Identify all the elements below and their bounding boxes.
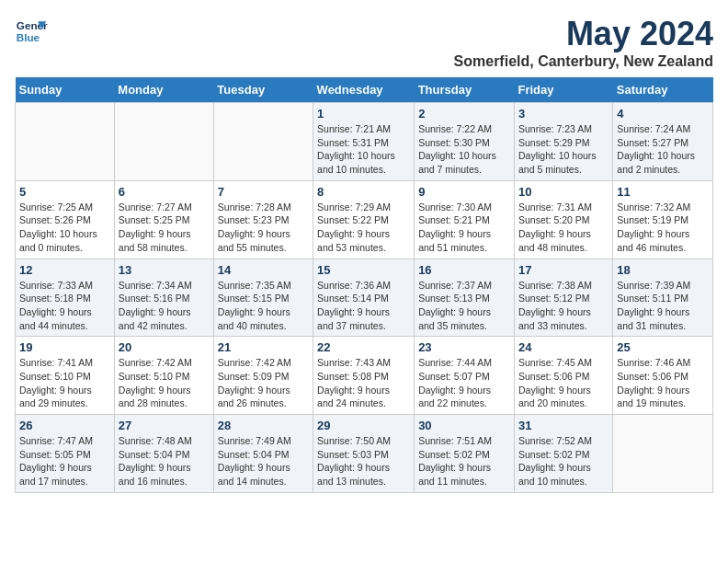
day-info: Sunrise: 7:42 AM Sunset: 5:09 PM Dayligh… xyxy=(218,356,309,410)
day-number: 31 xyxy=(518,419,609,432)
calendar-cell: 7Sunrise: 7:28 AM Sunset: 5:23 PM Daylig… xyxy=(213,180,313,259)
calendar-cell: 28Sunrise: 7:49 AM Sunset: 5:04 PM Dayli… xyxy=(213,415,313,493)
header: General Blue May 2024 Somerfield, Canter… xyxy=(15,15,713,70)
calendar-cell: 30Sunrise: 7:51 AM Sunset: 5:02 PM Dayli… xyxy=(415,415,515,493)
calendar-cell: 24Sunrise: 7:45 AM Sunset: 5:06 PM Dayli… xyxy=(514,337,612,415)
calendar-cell: 11Sunrise: 7:32 AM Sunset: 5:19 PM Dayli… xyxy=(613,180,713,259)
calendar-cell: 23Sunrise: 7:44 AM Sunset: 5:07 PM Dayli… xyxy=(415,337,515,415)
header-monday: Monday xyxy=(114,77,213,103)
day-number: 29 xyxy=(317,419,410,432)
day-info: Sunrise: 7:47 AM Sunset: 5:05 PM Dayligh… xyxy=(19,434,110,488)
day-info: Sunrise: 7:46 AM Sunset: 5:06 PM Dayligh… xyxy=(617,356,709,410)
calendar-cell: 27Sunrise: 7:48 AM Sunset: 5:04 PM Dayli… xyxy=(114,415,213,493)
day-info: Sunrise: 7:33 AM Sunset: 5:18 PM Dayligh… xyxy=(19,279,110,333)
day-info: Sunrise: 7:44 AM Sunset: 5:07 PM Dayligh… xyxy=(418,356,510,410)
day-info: Sunrise: 7:30 AM Sunset: 5:21 PM Dayligh… xyxy=(418,201,510,255)
day-info: Sunrise: 7:25 AM Sunset: 5:26 PM Dayligh… xyxy=(19,201,110,255)
calendar-cell: 2Sunrise: 7:22 AM Sunset: 5:30 PM Daylig… xyxy=(415,103,515,181)
day-number: 6 xyxy=(119,185,210,199)
calendar-cell: 16Sunrise: 7:37 AM Sunset: 5:13 PM Dayli… xyxy=(415,259,515,337)
day-info: Sunrise: 7:37 AM Sunset: 5:13 PM Dayligh… xyxy=(418,279,510,333)
calendar-cell: 13Sunrise: 7:34 AM Sunset: 5:16 PM Dayli… xyxy=(114,259,213,337)
day-number: 25 xyxy=(617,340,709,354)
calendar-cell: 12Sunrise: 7:33 AM Sunset: 5:18 PM Dayli… xyxy=(16,259,115,337)
day-number: 19 xyxy=(19,340,110,354)
day-info: Sunrise: 7:39 AM Sunset: 5:11 PM Dayligh… xyxy=(617,279,709,333)
calendar-cell: 10Sunrise: 7:31 AM Sunset: 5:20 PM Dayli… xyxy=(514,180,612,259)
header-thursday: Thursday xyxy=(415,77,515,103)
day-info: Sunrise: 7:34 AM Sunset: 5:16 PM Dayligh… xyxy=(119,279,210,333)
header-tuesday: Tuesday xyxy=(213,77,313,103)
calendar-week-row: 1Sunrise: 7:21 AM Sunset: 5:31 PM Daylig… xyxy=(16,103,713,181)
calendar-header-row: SundayMondayTuesdayWednesdayThursdayFrid… xyxy=(16,77,713,103)
day-info: Sunrise: 7:49 AM Sunset: 5:04 PM Dayligh… xyxy=(218,434,309,488)
calendar-cell: 8Sunrise: 7:29 AM Sunset: 5:22 PM Daylig… xyxy=(313,180,415,259)
calendar-cell: 17Sunrise: 7:38 AM Sunset: 5:12 PM Dayli… xyxy=(514,259,612,337)
day-info: Sunrise: 7:28 AM Sunset: 5:23 PM Dayligh… xyxy=(218,201,309,255)
title-area: May 2024 Somerfield, Canterbury, New Zea… xyxy=(454,15,713,70)
day-info: Sunrise: 7:31 AM Sunset: 5:20 PM Dayligh… xyxy=(518,201,609,255)
day-info: Sunrise: 7:23 AM Sunset: 5:29 PM Dayligh… xyxy=(518,122,609,177)
day-info: Sunrise: 7:32 AM Sunset: 5:19 PM Dayligh… xyxy=(617,201,709,255)
day-number: 26 xyxy=(19,419,110,432)
day-number: 9 xyxy=(418,185,510,199)
day-info: Sunrise: 7:38 AM Sunset: 5:12 PM Dayligh… xyxy=(518,279,609,333)
calendar-cell: 5Sunrise: 7:25 AM Sunset: 5:26 PM Daylig… xyxy=(16,180,115,259)
calendar-week-row: 12Sunrise: 7:33 AM Sunset: 5:18 PM Dayli… xyxy=(16,259,713,337)
calendar-week-row: 26Sunrise: 7:47 AM Sunset: 5:05 PM Dayli… xyxy=(16,415,713,493)
day-number: 4 xyxy=(617,107,709,121)
calendar-week-row: 19Sunrise: 7:41 AM Sunset: 5:10 PM Dayli… xyxy=(16,337,713,415)
calendar-table: SundayMondayTuesdayWednesdayThursdayFrid… xyxy=(15,77,713,493)
calendar-cell: 9Sunrise: 7:30 AM Sunset: 5:21 PM Daylig… xyxy=(415,180,515,259)
calendar-cell: 29Sunrise: 7:50 AM Sunset: 5:03 PM Dayli… xyxy=(313,415,415,493)
day-number: 30 xyxy=(418,419,510,432)
calendar-cell: 18Sunrise: 7:39 AM Sunset: 5:11 PM Dayli… xyxy=(613,259,713,337)
day-info: Sunrise: 7:45 AM Sunset: 5:06 PM Dayligh… xyxy=(518,356,609,410)
day-number: 18 xyxy=(617,263,709,277)
day-number: 27 xyxy=(119,419,210,432)
calendar-cell xyxy=(613,415,713,493)
day-number: 22 xyxy=(317,340,410,354)
day-info: Sunrise: 7:36 AM Sunset: 5:14 PM Dayligh… xyxy=(317,279,410,333)
header-wednesday: Wednesday xyxy=(313,77,415,103)
day-number: 8 xyxy=(317,185,410,199)
logo: General Blue xyxy=(15,15,48,48)
day-number: 11 xyxy=(617,185,709,199)
calendar-cell: 1Sunrise: 7:21 AM Sunset: 5:31 PM Daylig… xyxy=(313,103,415,181)
day-number: 5 xyxy=(19,185,110,199)
header-saturday: Saturday xyxy=(613,77,713,103)
logo-icon: General Blue xyxy=(15,15,48,48)
day-number: 16 xyxy=(418,263,510,277)
header-sunday: Sunday xyxy=(16,77,115,103)
day-info: Sunrise: 7:48 AM Sunset: 5:04 PM Dayligh… xyxy=(119,434,210,488)
day-info: Sunrise: 7:43 AM Sunset: 5:08 PM Dayligh… xyxy=(317,356,410,410)
calendar-cell: 25Sunrise: 7:46 AM Sunset: 5:06 PM Dayli… xyxy=(613,337,713,415)
day-number: 21 xyxy=(218,340,309,354)
main-title: May 2024 xyxy=(454,15,713,53)
day-info: Sunrise: 7:24 AM Sunset: 5:27 PM Dayligh… xyxy=(617,122,709,177)
day-number: 3 xyxy=(518,107,609,121)
calendar-cell: 4Sunrise: 7:24 AM Sunset: 5:27 PM Daylig… xyxy=(613,103,713,181)
header-friday: Friday xyxy=(514,77,612,103)
day-info: Sunrise: 7:27 AM Sunset: 5:25 PM Dayligh… xyxy=(119,201,210,255)
day-info: Sunrise: 7:42 AM Sunset: 5:10 PM Dayligh… xyxy=(119,356,210,410)
calendar-cell: 6Sunrise: 7:27 AM Sunset: 5:25 PM Daylig… xyxy=(114,180,213,259)
day-number: 14 xyxy=(218,263,309,277)
day-number: 28 xyxy=(218,419,309,432)
calendar-cell: 26Sunrise: 7:47 AM Sunset: 5:05 PM Dayli… xyxy=(16,415,115,493)
svg-text:Blue: Blue xyxy=(17,31,40,43)
calendar-cell: 3Sunrise: 7:23 AM Sunset: 5:29 PM Daylig… xyxy=(514,103,612,181)
calendar-cell: 21Sunrise: 7:42 AM Sunset: 5:09 PM Dayli… xyxy=(213,337,313,415)
day-info: Sunrise: 7:22 AM Sunset: 5:30 PM Dayligh… xyxy=(418,122,510,177)
day-number: 12 xyxy=(19,263,110,277)
day-number: 10 xyxy=(518,185,609,199)
calendar-cell xyxy=(213,103,313,181)
day-info: Sunrise: 7:35 AM Sunset: 5:15 PM Dayligh… xyxy=(218,279,309,333)
calendar-cell: 19Sunrise: 7:41 AM Sunset: 5:10 PM Dayli… xyxy=(16,337,115,415)
day-info: Sunrise: 7:52 AM Sunset: 5:02 PM Dayligh… xyxy=(518,434,609,488)
day-number: 20 xyxy=(119,340,210,354)
calendar-cell: 15Sunrise: 7:36 AM Sunset: 5:14 PM Dayli… xyxy=(313,259,415,337)
calendar-cell: 20Sunrise: 7:42 AM Sunset: 5:10 PM Dayli… xyxy=(114,337,213,415)
day-number: 7 xyxy=(218,185,309,199)
calendar-cell xyxy=(114,103,213,181)
